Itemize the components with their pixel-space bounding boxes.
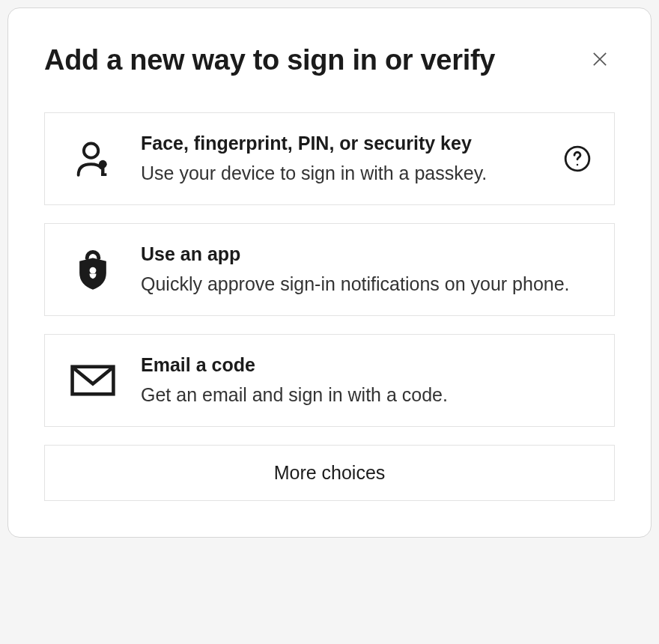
help-icon <box>563 145 592 173</box>
option-text: Use an app Quickly approve sign-in notif… <box>141 242 593 297</box>
svg-point-2 <box>84 143 98 157</box>
help-button[interactable] <box>562 143 593 174</box>
close-icon <box>589 49 610 70</box>
shield-lock-icon <box>66 248 120 291</box>
option-email-code[interactable]: Email a code Get an email and sign in wi… <box>44 334 615 427</box>
option-description: Get an email and sign in with a code. <box>141 381 593 408</box>
more-choices-button[interactable]: More choices <box>44 445 615 501</box>
option-title: Email a code <box>141 353 593 378</box>
dialog-title: Add a new way to sign in or verify <box>44 44 615 76</box>
svg-point-7 <box>577 164 579 166</box>
mail-icon <box>66 362 120 398</box>
option-description: Quickly approve sign-in notifications on… <box>141 270 593 297</box>
option-text: Email a code Get an email and sign in wi… <box>141 353 593 408</box>
options-list: Face, fingerprint, PIN, or security key … <box>44 112 615 501</box>
svg-rect-5 <box>101 173 106 176</box>
close-button[interactable] <box>585 44 615 74</box>
sign-in-method-dialog: Add a new way to sign in or verify Face,… <box>7 7 652 538</box>
svg-point-8 <box>90 267 97 274</box>
option-title: Use an app <box>141 242 593 267</box>
option-description: Use your device to sign in with a passke… <box>141 160 541 186</box>
option-title: Face, fingerprint, PIN, or security key <box>141 131 541 157</box>
passkey-icon <box>66 137 120 180</box>
option-passkey[interactable]: Face, fingerprint, PIN, or security key … <box>44 112 615 205</box>
option-authenticator-app[interactable]: Use an app Quickly approve sign-in notif… <box>44 223 615 316</box>
option-text: Face, fingerprint, PIN, or security key … <box>141 131 541 186</box>
